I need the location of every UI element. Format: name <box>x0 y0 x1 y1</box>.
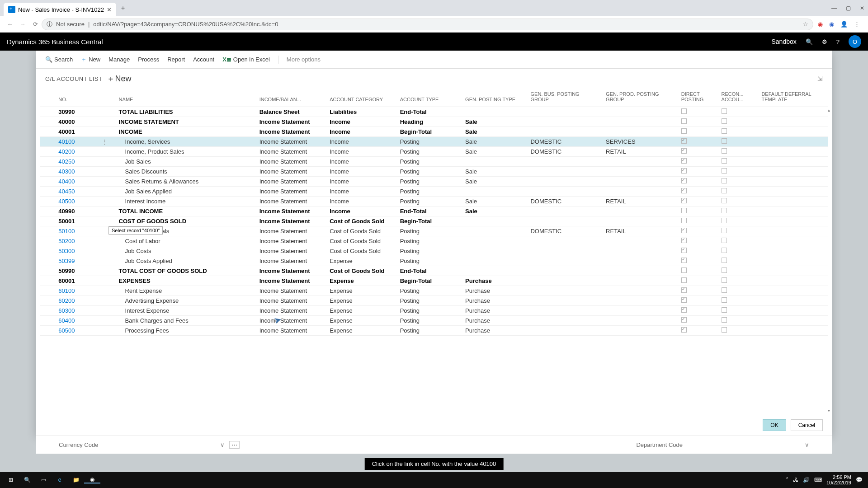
back-icon[interactable]: ← <box>4 21 16 28</box>
table-row[interactable]: 50399Job Costs AppliedIncome StatementEx… <box>40 256 828 266</box>
cell-direct-posting[interactable] <box>678 296 718 306</box>
chrome-icon[interactable]: ◉ <box>84 476 100 483</box>
cell-direct-posting[interactable] <box>678 276 718 286</box>
chevron-up-icon[interactable]: ▴ <box>828 108 830 113</box>
manage-button[interactable]: Manage <box>108 56 130 63</box>
table-row[interactable]: 40000INCOME STATEMENTIncome StatementInc… <box>40 117 828 127</box>
cell-direct-posting[interactable] <box>678 306 718 316</box>
cell-no[interactable]: 60001 <box>55 276 115 286</box>
cell-no[interactable]: 40450 <box>55 187 115 197</box>
ok-button[interactable]: OK <box>763 419 786 431</box>
forward-icon[interactable]: → <box>16 21 29 28</box>
table-row[interactable]: 50990TOTAL COST OF GOODS SOLDIncome Stat… <box>40 266 828 276</box>
cell-recon[interactable] <box>718 236 758 246</box>
table-row[interactable]: 50001COST OF GOODS SOLDIncome StatementC… <box>40 216 828 226</box>
cell-no[interactable]: 50200 <box>55 236 115 246</box>
table-row[interactable]: 40250Job SalesIncome StatementIncomePost… <box>40 157 828 167</box>
table-row[interactable]: 60300Interest ExpenseIncome StatementExp… <box>40 306 828 316</box>
collapse-icon[interactable]: ⇲ <box>817 75 823 82</box>
minimize-icon[interactable]: — <box>831 5 837 11</box>
report-button[interactable]: Report <box>167 56 185 63</box>
cell-direct-posting[interactable] <box>678 157 718 167</box>
department-code-input[interactable] <box>687 441 800 448</box>
cell-recon[interactable] <box>718 137 758 147</box>
cell-no[interactable]: 40500 <box>55 197 115 206</box>
cell-no[interactable]: 50001 <box>55 216 115 226</box>
cell-recon[interactable] <box>718 246 758 256</box>
col-account-type[interactable]: ACCOUNT TYPE <box>396 89 462 107</box>
cell-no[interactable]: 60400 <box>55 316 115 326</box>
cell-recon[interactable] <box>718 147 758 157</box>
cell-no[interactable]: 30990 <box>55 107 115 117</box>
cell-direct-posting[interactable] <box>678 236 718 246</box>
profile-icon[interactable]: 👤 <box>840 21 848 28</box>
explorer-icon[interactable]: 📁 <box>68 477 84 483</box>
cell-recon[interactable] <box>718 127 758 137</box>
network-icon[interactable]: 🖧 <box>793 477 798 483</box>
search-icon[interactable]: 🔍 <box>806 38 813 45</box>
new-button[interactable]: ＋New <box>81 56 100 64</box>
open-excel-button[interactable]: X≣Open in Excel <box>222 56 270 63</box>
cell-recon[interactable] <box>718 276 758 286</box>
cell-direct-posting[interactable] <box>678 286 718 296</box>
col-income-balance[interactable]: INCOME/BALAN... <box>256 89 326 107</box>
chevron-down-icon[interactable]: ▾ <box>828 408 830 413</box>
volume-icon[interactable]: 🔊 <box>803 477 810 483</box>
cell-recon[interactable] <box>718 306 758 316</box>
cell-recon[interactable] <box>718 256 758 266</box>
cell-no[interactable]: 60300 <box>55 306 115 316</box>
cell-recon[interactable] <box>718 226 758 236</box>
cell-direct-posting[interactable] <box>678 147 718 157</box>
ellipsis-button[interactable]: ⋯ <box>229 441 240 449</box>
cell-recon[interactable] <box>718 187 758 197</box>
account-button[interactable]: Account <box>193 56 214 63</box>
tray-chevron-icon[interactable]: ˄ <box>786 477 788 483</box>
star-icon[interactable]: ☆ <box>803 21 808 28</box>
close-window-icon[interactable]: ✕ <box>860 5 864 11</box>
task-view-icon[interactable]: ▭ <box>35 477 52 483</box>
table-row[interactable]: 40500Interest IncomeIncome StatementInco… <box>40 197 828 206</box>
table-row[interactable]: 40300Sales DiscountsIncome StatementInco… <box>40 167 828 177</box>
cell-recon[interactable] <box>718 197 758 206</box>
reload-icon[interactable]: ⟳ <box>29 21 42 28</box>
table-row[interactable]: 40450Job Sales AppliedIncome StatementIn… <box>40 187 828 197</box>
cell-direct-posting[interactable] <box>678 137 718 147</box>
cell-direct-posting[interactable] <box>678 167 718 177</box>
cell-recon[interactable] <box>718 286 758 296</box>
cell-no[interactable]: 50990 <box>55 266 115 276</box>
row-menu-icon[interactable]: ⋮ <box>102 138 108 145</box>
cell-recon[interactable] <box>718 296 758 306</box>
cell-no[interactable]: 60500 <box>55 326 115 336</box>
cell-no[interactable]: 50399 <box>55 256 115 266</box>
table-row[interactable]: 40990TOTAL INCOMEIncome StatementIncomeE… <box>40 206 828 216</box>
cell-direct-posting[interactable] <box>678 256 718 266</box>
menu-icon[interactable]: ⋮ <box>854 21 860 28</box>
avatar[interactable]: O <box>849 35 861 48</box>
table-row[interactable]: 50200Cost of LaborIncome StatementCost o… <box>40 236 828 246</box>
cell-direct-posting[interactable] <box>678 197 718 206</box>
table-row[interactable]: 40400Sales Returns & AllowancesIncome St… <box>40 177 828 187</box>
table-row[interactable]: 60500Processing FeesIncome StatementExpe… <box>40 326 828 336</box>
table-row[interactable]: 60200Advertising ExpenseIncome Statement… <box>40 296 828 306</box>
new-action[interactable]: ＋New <box>107 73 131 84</box>
cell-direct-posting[interactable] <box>678 206 718 216</box>
table-row[interactable]: 60400Bank Charges and FeesIncome Stateme… <box>40 316 828 326</box>
col-recon[interactable]: RECON... ACCOU... <box>718 89 758 107</box>
cell-no[interactable]: 40200 <box>55 147 115 157</box>
search-button[interactable]: 🔍Search <box>45 56 73 63</box>
col-gen-prod-posting[interactable]: GEN. PROD. POSTING GROUP <box>602 89 678 107</box>
table-row[interactable]: 50300Job CostsIncome StatementCost of Go… <box>40 246 828 256</box>
browser-tab[interactable]: New - Sales Invoice - S-INV1022 ✕ <box>4 3 116 16</box>
close-icon[interactable]: ✕ <box>107 6 112 13</box>
cell-no[interactable]: 40000 <box>55 117 115 127</box>
maximize-icon[interactable]: ▢ <box>846 5 851 11</box>
cell-recon[interactable] <box>718 167 758 177</box>
cell-no[interactable]: 50300 <box>55 246 115 256</box>
cell-no[interactable]: 60100 <box>55 286 115 296</box>
table-row[interactable]: 60001EXPENSESIncome StatementExpenseBegi… <box>40 276 828 286</box>
chevron-down-icon[interactable]: ∨ <box>805 441 809 448</box>
extension-icon-1[interactable]: ◉ <box>818 21 823 28</box>
cell-no[interactable]: 40300 <box>55 167 115 177</box>
cell-recon[interactable] <box>718 316 758 326</box>
cell-no[interactable]: 40400 <box>55 177 115 187</box>
